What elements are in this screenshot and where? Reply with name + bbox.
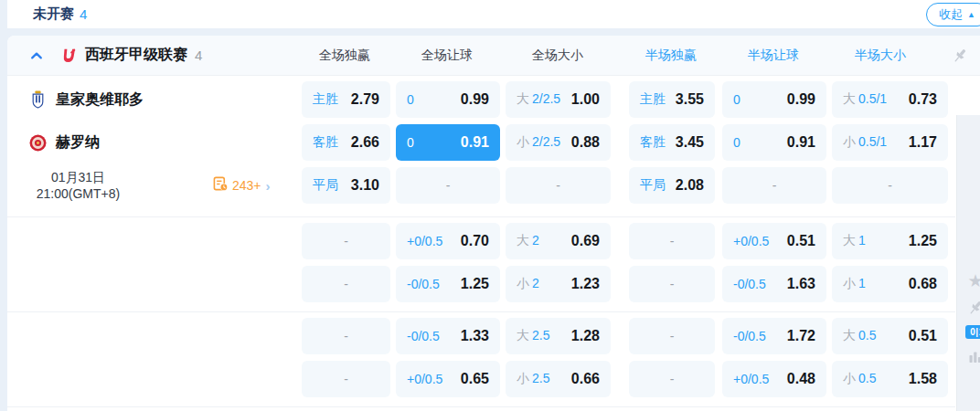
- status-filter-not-started[interactable]: 未开赛 4: [33, 5, 87, 23]
- over-under-prefix: 小: [843, 134, 856, 149]
- odds-value: 1.17: [909, 134, 937, 151]
- odds-cell[interactable]: 小10.68: [832, 266, 948, 302]
- odds-cell[interactable]: 大20.69: [506, 223, 611, 259]
- odds-format-badge[interactable]: 0|1: [965, 325, 980, 339]
- odds-cell[interactable]: 小0.5/11.17: [832, 124, 948, 161]
- empty-odds-placeholder: -: [344, 329, 348, 343]
- column-header-half-1x2[interactable]: 半场独赢: [625, 36, 717, 75]
- odds-block-secondary-2: --0/0.51.33大2.51.28--0/0.51.72大0.50.51-+…: [7, 312, 955, 407]
- column-header-full-handicap: 全场让球: [401, 36, 493, 75]
- odds-block-main: 皇家奥维耶多 赫罗纳 01月31日 21:00(GMT+8): [7, 76, 955, 217]
- league-card: 西班牙甲级联赛 4 全场独赢 全场让球 全场大小 半场独赢 半场让球 半场大小: [7, 36, 980, 411]
- collapse-all-button[interactable]: 收起 ▲: [926, 3, 980, 26]
- odds-cell[interactable]: 小2.50.66: [506, 361, 611, 397]
- collapse-all-label: 收起: [939, 6, 963, 23]
- odds-row: --0/0.51.33大2.51.28--0/0.51.72大0.50.51: [7, 318, 955, 354]
- pin-icon[interactable]: [951, 47, 969, 65]
- odds-cell[interactable]: 大0.5/10.73: [832, 81, 948, 118]
- odds-value: 0.66: [571, 371, 600, 387]
- empty-odds-placeholder: -: [670, 372, 675, 386]
- column-header-half-over-under[interactable]: 半场大小: [835, 36, 926, 75]
- odds-value: 0.51: [787, 233, 815, 249]
- odds-cell[interactable]: 大0.50.51: [832, 318, 948, 354]
- odds-selection-label: 客胜: [313, 134, 338, 151]
- empty-odds-placeholder: -: [888, 178, 892, 193]
- column-header-half-handicap[interactable]: 半场让球: [728, 36, 819, 75]
- odds-cell[interactable]: +0/0.50.70: [396, 223, 500, 259]
- over-under-prefix: 大: [517, 328, 529, 342]
- odds-cell[interactable]: 小21.23: [506, 266, 611, 302]
- league-name: 西班牙甲级联赛: [85, 46, 187, 65]
- odds-cell[interactable]: -0/0.51.72: [722, 318, 826, 354]
- odds-value: 0.91: [461, 134, 489, 151]
- odds-value: 0.99: [787, 91, 815, 108]
- caret-up-icon: ▲: [967, 11, 975, 19]
- odds-selection-label: 大0.5: [843, 328, 876, 344]
- odds-cell[interactable]: 客胜3.45: [629, 124, 715, 161]
- status-count: 4: [80, 6, 87, 22]
- odds-cell[interactable]: -0/0.51.63: [722, 266, 826, 302]
- odds-selection-label: 大2.5: [517, 328, 549, 344]
- odds-cell-empty: -: [302, 318, 390, 354]
- side-tool-strip: ★ 0|1: [956, 115, 980, 411]
- favorite-star-icon[interactable]: ★: [965, 270, 980, 290]
- odds-cell[interactable]: 00.99: [722, 81, 826, 118]
- odds-value: 0.48: [787, 371, 815, 387]
- odds-value: 1.58: [909, 371, 937, 387]
- over-under-prefix: 小: [517, 134, 529, 149]
- over-under-prefix: 大: [843, 328, 856, 342]
- odds-selection-label: 主胜: [640, 91, 666, 108]
- over-under-prefix: 大: [843, 233, 856, 248]
- odds-value: 0.51: [909, 328, 937, 344]
- odds-cell[interactable]: 大2.51.28: [506, 318, 611, 354]
- over-under-prefix: 小: [843, 276, 856, 290]
- odds-selection-label: 平局: [313, 177, 338, 194]
- odds-cell[interactable]: 小0.51.58: [832, 361, 948, 397]
- odds-value: 1.63: [787, 276, 815, 292]
- odds-cell[interactable]: +0/0.50.51: [722, 223, 826, 259]
- empty-odds-placeholder: -: [344, 234, 348, 248]
- odds-value: 1.33: [461, 328, 489, 344]
- odds-cell-empty: -: [302, 361, 390, 397]
- empty-odds-placeholder: -: [670, 277, 675, 291]
- odds-cell[interactable]: 客胜2.66: [302, 124, 390, 161]
- odds-value: 0.91: [787, 134, 815, 151]
- odds-cell-empty: -: [302, 266, 390, 302]
- odds-value: 1.25: [909, 233, 937, 249]
- odds-selection-label: 平局: [640, 177, 666, 194]
- odds-selection-label: 小2: [517, 276, 539, 292]
- odds-row: -+0/0.50.65小2.50.66-+0/0.50.48小0.51.58: [7, 361, 955, 397]
- odds-selection-label: 大1: [843, 233, 866, 249]
- odds-selection-label: -0/0.5: [733, 329, 766, 343]
- odds-selection-label: 大0.5/1: [843, 91, 887, 108]
- odds-cell[interactable]: 00.91: [722, 124, 826, 161]
- top-bar: 未开赛 4 收起 ▲: [7, 0, 980, 28]
- odds-selection-label: -0/0.5: [733, 277, 766, 291]
- laliga-logo-icon: [60, 47, 77, 64]
- odds-cell[interactable]: 大11.25: [832, 223, 948, 259]
- odds-cell[interactable]: 平局2.08: [629, 167, 715, 204]
- odds-selection-label: +0/0.5: [733, 372, 769, 386]
- odds-cell[interactable]: 主胜3.55: [629, 81, 715, 118]
- chevron-up-icon[interactable]: [27, 47, 46, 65]
- odds-cell[interactable]: -0/0.51.33: [396, 318, 500, 354]
- odds-cell[interactable]: +0/0.50.48: [722, 361, 826, 397]
- odds-cell[interactable]: 主胜2.79: [302, 81, 390, 118]
- pin-icon[interactable]: [965, 298, 980, 318]
- odds-selection-label: +0/0.5: [407, 372, 442, 386]
- empty-odds-placeholder: -: [670, 234, 675, 248]
- odds-selection-label: 大2/2.5: [517, 91, 560, 108]
- over-under-prefix: 大: [517, 233, 529, 248]
- odds-cell[interactable]: 00.91: [396, 124, 500, 161]
- odds-cell[interactable]: +0/0.50.65: [396, 361, 500, 397]
- odds-selection-label: -0/0.5: [407, 277, 440, 291]
- odds-cell[interactable]: 大2/2.51.00: [506, 81, 611, 118]
- odds-cell[interactable]: 小2/2.50.88: [506, 124, 611, 161]
- odds-cell[interactable]: 平局3.10: [302, 167, 390, 204]
- odds-cell[interactable]: 00.99: [396, 81, 500, 118]
- odds-value: 1.72: [787, 328, 815, 344]
- odds-value: 0.68: [909, 276, 937, 292]
- odds-cell-empty: -: [629, 361, 715, 397]
- odds-cell[interactable]: -0/0.51.25: [396, 266, 500, 302]
- stats-bar-chart-icon[interactable]: [965, 346, 980, 366]
